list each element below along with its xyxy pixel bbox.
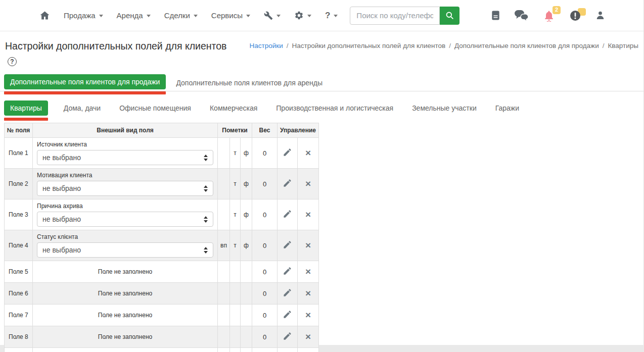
- mark-cell: т: [230, 199, 241, 230]
- delete-button[interactable]: ×: [305, 332, 311, 341]
- annotation-underline: [4, 118, 48, 121]
- category-tabs: КвартирыДома, дачиОфисные помещенияКомме…: [0, 100, 643, 116]
- delete-button[interactable]: ×: [305, 240, 311, 250]
- tab-category-0[interactable]: Квартиры: [4, 100, 48, 116]
- table-row: Поле 8Поле не заполнено0×: [5, 326, 319, 348]
- field-appearance: Поле не заполнено: [33, 348, 218, 352]
- field-empty-text: Поле не заполнено: [37, 308, 213, 323]
- chat-button[interactable]: [514, 10, 529, 22]
- tab-category-1[interactable]: Дома, дачи: [61, 100, 104, 116]
- delete-button[interactable]: ×: [305, 267, 311, 276]
- nav-menu-label: Сделки: [164, 11, 190, 20]
- journal-button[interactable]: [491, 10, 500, 21]
- select-value: не выбрано: [42, 246, 81, 254]
- edit-button[interactable]: [283, 310, 292, 321]
- search-input[interactable]: [350, 7, 440, 25]
- nav-menu-arenda[interactable]: Аренда: [117, 11, 151, 20]
- tab-category-label: Производственная и логистическая: [276, 104, 393, 112]
- help-circle-icon[interactable]: ?: [8, 57, 17, 66]
- delete-button[interactable]: ×: [305, 288, 311, 298]
- edit-button[interactable]: [283, 288, 292, 299]
- field-number: Поле 5: [5, 261, 33, 283]
- pencil-icon: [283, 209, 292, 219]
- edit-button[interactable]: [283, 331, 292, 343]
- primary-tabs: Дополнительные поля клиентов для продажи…: [0, 74, 643, 91]
- journal-icon: [491, 10, 500, 21]
- field-appearance: Поле не заполнено: [33, 261, 218, 283]
- field-select[interactable]: не выбрано: [37, 212, 213, 227]
- home-button[interactable]: [39, 10, 50, 21]
- field-appearance: Источник клиентане выбрано: [33, 138, 218, 169]
- annotation-underline: [4, 91, 166, 94]
- field-select[interactable]: не выбрано: [37, 242, 213, 258]
- field-select[interactable]: не выбрано: [37, 181, 213, 196]
- search-button[interactable]: [440, 7, 459, 25]
- field-select[interactable]: не выбрано: [37, 150, 213, 165]
- delete-cell: ×: [298, 199, 319, 230]
- table-row: Поле 6Поле не заполнено0×: [5, 283, 319, 305]
- table-row: Поле 4Статус клієнтане выбрановптф0×: [5, 230, 319, 261]
- tab-category-label: Дома, дачи: [64, 104, 101, 112]
- delete-cell: ×: [298, 230, 319, 261]
- nav-menu-prodazha[interactable]: Продажа: [64, 11, 103, 20]
- chevron-down-icon: [147, 15, 151, 17]
- profile-button[interactable]: [595, 11, 605, 20]
- page-header: Настройки дополнительных полей для клиен…: [0, 31, 643, 68]
- nav-menu-sdelki[interactable]: Сделки: [164, 11, 198, 20]
- page-title: Настройки дополнительных полей для клиен…: [5, 39, 230, 66]
- alert-icon: [569, 10, 581, 22]
- tab-category-6[interactable]: Гаражи: [492, 100, 522, 116]
- nav-tools-wrench[interactable]: [264, 11, 281, 20]
- edit-cell: [278, 348, 298, 352]
- field-number: Поле 6: [5, 283, 33, 305]
- nav-tools-help[interactable]: ?: [325, 11, 338, 21]
- tab-category-5[interactable]: Земельные участки: [409, 100, 480, 116]
- mark-cell: ф: [241, 138, 252, 169]
- chevron-down-icon: [194, 15, 198, 17]
- chevron-down-icon: [307, 15, 311, 17]
- alerts-button[interactable]: [569, 10, 581, 22]
- pencil-icon: [283, 331, 292, 341]
- edit-button[interactable]: [283, 266, 292, 278]
- mark-cell: т: [230, 230, 241, 261]
- edit-cell: [278, 261, 298, 283]
- wrench-icon: [264, 11, 273, 20]
- nav-menu-servisy[interactable]: Сервисы: [211, 11, 250, 20]
- weight-cell: 0: [252, 348, 278, 352]
- field-empty-text: Поле не заполнено: [37, 329, 213, 344]
- edit-button[interactable]: [283, 209, 292, 221]
- edit-button[interactable]: [283, 178, 292, 190]
- edit-button[interactable]: [283, 147, 292, 159]
- chevron-down-icon: [334, 15, 338, 17]
- tab-category-4[interactable]: Производственная и логистическая: [273, 100, 396, 116]
- arrow-down-icon: [204, 251, 208, 254]
- mark-cell: [230, 348, 241, 352]
- tab-category-2[interactable]: Офисные помещения: [116, 100, 194, 116]
- delete-button[interactable]: ×: [305, 310, 311, 320]
- pencil-icon: [283, 147, 292, 157]
- notifications-button[interactable]: 2: [543, 10, 555, 22]
- nav-menu: ПродажаАрендаСделкиСервисы: [64, 11, 250, 20]
- mark-cell: т: [230, 169, 241, 199]
- tab-category-label: Офисные помещения: [119, 104, 191, 112]
- bell-icon: [543, 10, 555, 22]
- arrow-up-icon: [204, 216, 208, 219]
- table-row: Поле 2Мотивация клиентане выбранотф0×: [5, 169, 319, 199]
- breadcrumb-separator: /: [449, 42, 451, 49]
- delete-button[interactable]: ×: [305, 148, 311, 158]
- tab-primary-1[interactable]: Дополнительные поля клиентов для аренды: [173, 75, 326, 90]
- field-label: Причина ахрива: [37, 203, 213, 210]
- breadcrumb-item-0[interactable]: Настройки: [250, 42, 283, 49]
- chevron-down-icon: [99, 15, 103, 17]
- tab-category-3[interactable]: Коммерческая: [207, 100, 260, 116]
- nav-tools-settings[interactable]: [294, 11, 311, 20]
- field-appearance: Поле не заполнено: [33, 305, 218, 326]
- delete-button[interactable]: ×: [305, 210, 311, 219]
- delete-button[interactable]: ×: [305, 179, 311, 188]
- tab-category-label: Земельные участки: [412, 104, 477, 112]
- arrow-up-icon: [204, 247, 208, 249]
- top-navbar: ПродажаАрендаСделкиСервисы ?: [0, 0, 643, 31]
- edit-button[interactable]: [283, 240, 292, 252]
- tab-primary-0[interactable]: Дополнительные поля клиентов для продажи: [4, 74, 166, 89]
- content-card: ПродажаАрендаСделкиСервисы ?: [0, 0, 644, 345]
